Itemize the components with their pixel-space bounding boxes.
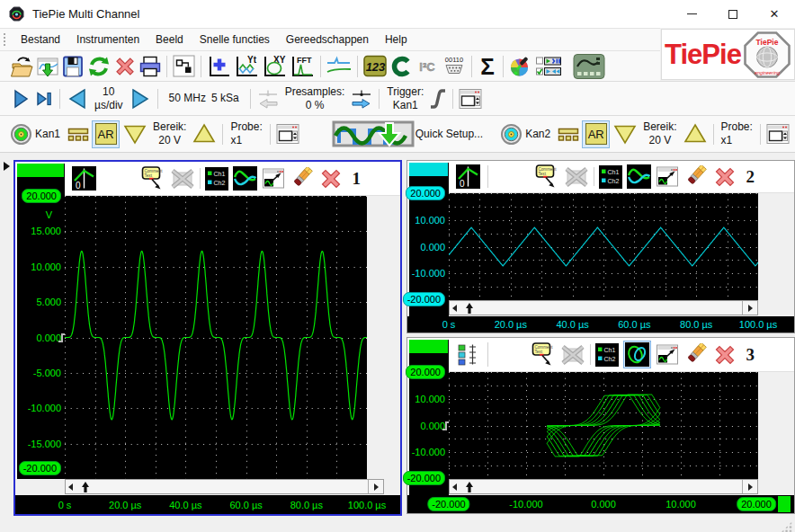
kan2-range-down-button[interactable] — [611, 120, 639, 147]
scroll-left-icon[interactable] — [68, 483, 73, 491]
horizontal-scrollbar[interactable] — [449, 479, 758, 494]
legend-ch-button[interactable]: Ch1 Ch2 — [595, 343, 619, 367]
autorun-button[interactable] — [534, 54, 563, 79]
scroll-right-button[interactable] — [368, 480, 383, 493]
menu-item-help[interactable]: Help — [377, 29, 415, 50]
scroll-right-button[interactable] — [742, 480, 757, 493]
eraser-button[interactable] — [290, 167, 314, 190]
no-marker-button[interactable] — [564, 165, 589, 189]
open-folder-button[interactable] — [9, 54, 35, 79]
close-x-button[interactable] — [712, 342, 737, 368]
presamples-decrease-button[interactable] — [255, 85, 281, 112]
serial-button[interactable]: 00110 — [441, 54, 468, 79]
plot-area[interactable] — [65, 196, 367, 479]
kan1-autorange-button[interactable]: AR — [92, 120, 120, 148]
kan1-range-up-button[interactable] — [190, 120, 219, 147]
tree-splitter[interactable] — [0, 153, 13, 516]
xy-graph-button[interactable]: XY — [261, 53, 289, 80]
axes-offsets-button[interactable] — [456, 342, 480, 367]
window-arrow-button[interactable] — [656, 343, 679, 366]
kan1-enable-button[interactable] — [9, 122, 33, 146]
graph-3[interactable]: Comment Text Ch1 Ch2 320.00010.0000.000-… — [406, 337, 795, 514]
graph-2[interactable]: 0 Comment Text Ch1 Ch2 220.00010.00 — [406, 160, 795, 333]
x-axis-header[interactable] — [778, 496, 791, 512]
close-x-button[interactable] — [712, 164, 737, 190]
instrument-settings-button[interactable] — [457, 86, 484, 111]
kan2-autorange-button[interactable]: AR — [582, 120, 610, 148]
plot-area[interactable] — [449, 193, 758, 300]
timebase-increase-button[interactable] — [127, 85, 154, 112]
x-axis[interactable]: 0 s20.0 µs40.0 µs60.0 µs80.0 µs100.0 µs — [15, 495, 400, 514]
close-x-button[interactable] — [318, 166, 344, 191]
yt-graph-button[interactable]: Yt — [233, 53, 261, 80]
close-button[interactable]: ✕ — [754, 0, 795, 28]
export-image-button[interactable] — [35, 54, 60, 79]
print-button[interactable] — [138, 54, 163, 79]
oneshot-button[interactable] — [32, 86, 56, 111]
zero-axis-button[interactable]: 0 — [456, 164, 480, 189]
sigma-button[interactable]: Σ — [476, 53, 499, 80]
y-axis-header[interactable] — [409, 163, 448, 176]
menu-item-bestand[interactable]: Bestand — [13, 29, 68, 50]
window-arrow-button[interactable] — [656, 165, 679, 188]
scroll-left-icon[interactable] — [452, 305, 457, 312]
legend-ch-button[interactable]: Ch1 Ch2 — [599, 165, 622, 189]
eraser-button[interactable] — [683, 165, 708, 188]
y-axis-header[interactable] — [17, 164, 64, 177]
graph-1[interactable]: 0 Comment Text Ch1 Ch2 120.00015.00 — [13, 160, 402, 516]
add-graph-button[interactable] — [205, 53, 233, 80]
zero-axis-button[interactable]: 0 — [72, 166, 96, 191]
timebase-decrease-button[interactable] — [64, 85, 91, 112]
menu-item-instrumenten[interactable]: Instrumenten — [68, 29, 147, 50]
menu-item-gereedschappen[interactable]: Gereedschappen — [278, 29, 377, 50]
start-button[interactable] — [9, 86, 32, 111]
save-button[interactable] — [60, 54, 85, 79]
kan1-coupling-button[interactable] — [66, 122, 91, 146]
eraser-button[interactable] — [683, 343, 708, 366]
y-axis-header[interactable] — [409, 340, 448, 353]
fft-graph-button[interactable]: FFT — [289, 53, 317, 80]
scroll-left-icon[interactable] — [452, 483, 457, 491]
horizontal-scrollbar[interactable] — [65, 479, 384, 494]
delete-x-button[interactable] — [112, 54, 138, 79]
kan2-enable-button[interactable] — [499, 122, 523, 146]
meter-123-button[interactable]: 123 — [362, 53, 389, 79]
kan2-range-up-button[interactable] — [681, 120, 710, 147]
multigraph-button[interactable] — [325, 54, 353, 79]
window-arrow-button[interactable] — [262, 167, 285, 190]
kan2-coupling-button[interactable] — [556, 122, 581, 146]
window-resize-grip[interactable] — [781, 521, 792, 532]
horizontal-scrollbar[interactable] — [449, 300, 758, 315]
minimize-button[interactable] — [671, 0, 712, 28]
y-axis[interactable] — [17, 164, 65, 479]
comment-button[interactable]: Comment Text — [531, 341, 556, 368]
trigger-position-marker[interactable] — [81, 481, 90, 493]
kan1-settings-button[interactable] — [274, 121, 301, 146]
menu-item-snelle-functies[interactable]: Snelle functies — [192, 29, 278, 50]
legend-ch-button[interactable]: Ch1 Ch2 — [205, 167, 228, 191]
no-marker-button[interactable] — [170, 167, 195, 191]
trigger-slope-button[interactable] — [427, 85, 449, 112]
menu-item-beeld[interactable]: Beeld — [147, 29, 192, 50]
x-axis[interactable]: 0 s20.0 µs40.0 µs60.0 µs80.0 µs100.0 µs — [407, 316, 794, 332]
presamples-increase-button[interactable] — [348, 85, 375, 112]
maximize-button[interactable] — [712, 0, 754, 28]
kan1-range-down-button[interactable] — [121, 120, 149, 147]
plot-area[interactable] — [449, 372, 758, 479]
layout-scheme-button[interactable] — [171, 53, 197, 79]
xy-rings-button[interactable] — [625, 342, 649, 367]
kan2-settings-button[interactable] — [764, 121, 791, 146]
yt-waves-button[interactable] — [233, 166, 257, 191]
comment-button[interactable]: Comment Text — [141, 165, 165, 191]
comment-button[interactable]: Comment Text — [535, 164, 559, 190]
trigger-position-marker[interactable] — [465, 302, 474, 315]
no-marker-button[interactable] — [560, 343, 585, 367]
sensor-button[interactable] — [572, 52, 606, 81]
yt-waves-button[interactable] — [627, 164, 651, 189]
i2c-button[interactable]: I²C — [414, 54, 441, 79]
c-logo-button[interactable] — [389, 54, 414, 79]
quick-setup-button[interactable] — [331, 119, 415, 149]
color-sphere-button[interactable] — [507, 53, 534, 79]
trigger-position-marker[interactable] — [465, 481, 474, 493]
scroll-right-button[interactable] — [742, 301, 757, 315]
